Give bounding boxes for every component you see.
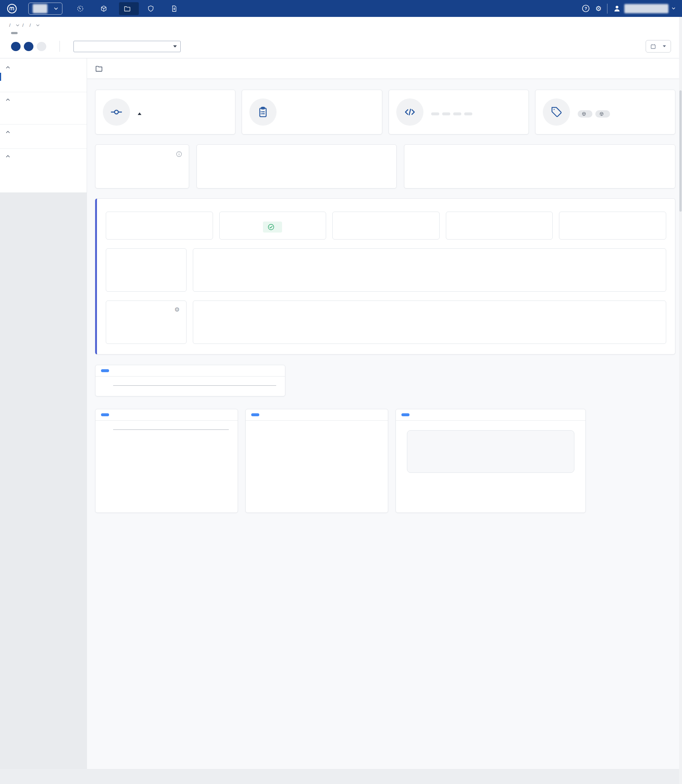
- severity-stacked-bar: [411, 157, 668, 171]
- top-nav-right: ? ⚙: [582, 4, 676, 14]
- scrollbar-thumb[interactable]: [679, 90, 682, 212]
- mend-logo[interactable]: [6, 3, 20, 14]
- legend-item: [226, 176, 239, 182]
- sidebar-menu: [0, 58, 87, 193]
- sidebar-item-code[interactable]: [0, 113, 87, 121]
- sidebar-item-proprietary[interactable]: [0, 178, 87, 186]
- risky-license-row-gpl-2-0-classpath[interactable]: [252, 473, 269, 483]
- cube-icon: [599, 112, 604, 116]
- sidebar-section-header-dependencies-inventory[interactable]: [0, 151, 87, 162]
- dependency-findings-chart: [100, 385, 276, 390]
- chart-plot: [113, 430, 229, 430]
- main-content: ⚙: [87, 58, 682, 769]
- dashboard-icon: [77, 5, 84, 12]
- caret-down-icon[interactable]: [173, 45, 177, 48]
- info-icon[interactable]: [176, 151, 182, 157]
- sidebar-section-configuration: [0, 125, 87, 149]
- trend-period-dropdown[interactable]: [645, 40, 671, 53]
- chevron-down-icon: [672, 7, 676, 10]
- scan-commit-icon: [103, 99, 130, 126]
- legend-item: [200, 332, 212, 338]
- nav-projects[interactable]: [119, 2, 139, 15]
- licenses-by-severity-card: [95, 409, 238, 513]
- scan-statistics-cards: [106, 212, 666, 240]
- license-count-badge: [252, 487, 262, 497]
- org-selector[interactable]: [28, 3, 62, 15]
- org-logo-redacted: [33, 4, 47, 13]
- engine-legend: [204, 176, 390, 182]
- sidebar-item-scans[interactable]: [0, 81, 87, 89]
- title-row: [6, 32, 676, 34]
- scans-trend: [138, 112, 146, 115]
- sidebar-section-general: [0, 60, 87, 92]
- trend-up-icon: [138, 112, 142, 115]
- license-count-badge: [252, 444, 262, 453]
- label-tag: [595, 110, 610, 118]
- breadcrumb-gh-gheapp[interactable]: [14, 24, 19, 26]
- sidebar-item-legal-compliance[interactable]: [0, 162, 87, 170]
- breadcrumb-gh-webgoat2[interactable]: [34, 24, 40, 26]
- labels-input[interactable]: [73, 41, 181, 52]
- risky-licenses-list: [246, 421, 388, 513]
- sidebar-item-libraries-flat-list[interactable]: [0, 170, 87, 178]
- risky-license-row-lgpl-2-1[interactable]: [252, 458, 269, 468]
- engine-pills: [11, 42, 46, 51]
- code-severity-legend: [200, 279, 659, 286]
- findings-cards: [95, 144, 676, 188]
- sidebar-item-dependencies[interactable]: [0, 105, 87, 113]
- chevron-up-icon: [6, 155, 10, 158]
- breadcrumb-separator: /: [9, 22, 11, 28]
- scrollbar-track[interactable]: [679, 17, 682, 784]
- compliance-row: ⚙: [106, 300, 666, 344]
- libraries-metric-card[interactable]: [407, 430, 574, 473]
- user-menu[interactable]: [613, 4, 676, 13]
- language-tag: [431, 112, 439, 115]
- labels-select: [73, 41, 181, 52]
- scan-engine-stacked-bar: [204, 157, 390, 171]
- nav-dashboard[interactable]: [72, 2, 92, 15]
- nav-applications[interactable]: [96, 2, 115, 15]
- legend-item: [204, 176, 216, 182]
- chevron-up-icon: [6, 131, 10, 133]
- nav-divider: [607, 4, 607, 14]
- scan-duration-card: [332, 212, 440, 240]
- license-count-badge: [252, 429, 262, 439]
- inventory-card: [395, 409, 586, 513]
- sidebar-section-security: [0, 92, 87, 125]
- language-tag: [453, 112, 461, 115]
- dependency-findings-card: [95, 365, 285, 396]
- nav-findings[interactable]: [142, 2, 163, 15]
- legend-swatch: [456, 176, 462, 182]
- compliance-total-card: ⚙: [106, 300, 186, 344]
- legend-item: [200, 279, 212, 286]
- y-axis: [100, 430, 113, 430]
- sidebar-item-code-scan-config[interactable]: [0, 137, 87, 145]
- inventory-cards: [95, 409, 676, 513]
- findings-icon: [147, 5, 154, 12]
- nav-reports[interactable]: [166, 2, 186, 15]
- risky-license-row-gpl-2-0[interactable]: [252, 429, 269, 439]
- dependencies-pill: [402, 413, 410, 416]
- legend-swatch: [204, 176, 209, 182]
- settings-button[interactable]: ⚙: [595, 5, 602, 12]
- reports-icon: [171, 5, 178, 12]
- breadcrumb: / / /: [6, 22, 676, 28]
- risky-license-row-eclipse-2-0[interactable]: [252, 444, 269, 453]
- legend-swatch: [200, 332, 206, 338]
- gear-icon[interactable]: ⚙: [174, 307, 180, 313]
- sidebar-section-header-general[interactable]: [0, 62, 87, 73]
- svg-text:?: ?: [585, 6, 587, 11]
- sidebar-item-summary[interactable]: [0, 73, 87, 81]
- risky-license-row-eclipse-1-0[interactable]: [252, 487, 269, 497]
- legend-swatch: [479, 176, 485, 182]
- main-nav: [72, 2, 186, 15]
- engine-pill-code[interactable]: [24, 42, 33, 51]
- chevron-down-icon: [36, 24, 40, 26]
- engine-pill-dependencies[interactable]: [11, 42, 21, 51]
- sidebar-section-header-configuration[interactable]: [0, 127, 87, 137]
- help-button[interactable]: ?: [582, 5, 590, 13]
- clipboard-icon: [249, 99, 277, 126]
- sidebar-section-header-security[interactable]: [0, 94, 87, 105]
- findings-statistics-row: [106, 248, 666, 292]
- legend-swatch: [411, 176, 417, 182]
